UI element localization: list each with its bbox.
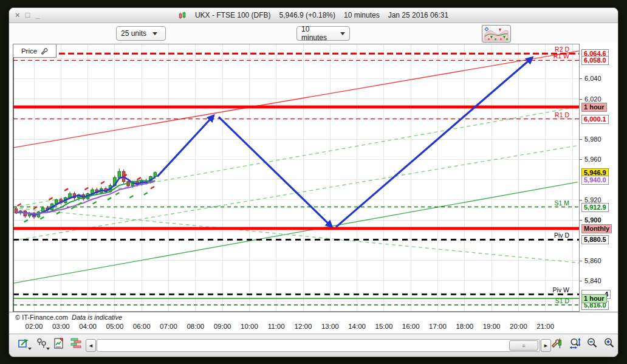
chevron-down-icon	[28, 348, 32, 352]
time-tick-label: 04:00	[74, 323, 102, 330]
zoom-out-button[interactable]	[585, 337, 600, 352]
time-tick-label: 18:00	[451, 323, 479, 330]
market-depth-icon	[70, 337, 82, 352]
axis-tick-mark	[580, 159, 582, 160]
wrench-icon	[41, 47, 48, 55]
maximize-icon[interactable]: □	[26, 9, 30, 22]
price-tick-label: 5,900	[584, 216, 601, 224]
chart-style-button[interactable]	[482, 25, 511, 43]
level-value-label: 1 hour	[581, 294, 607, 303]
zoom-reset-icon	[569, 337, 581, 352]
time-tick-label: 05:00	[101, 323, 129, 330]
level-label-S1-M: S1 M	[554, 199, 569, 207]
level-label-S1-D: S1 D	[555, 297, 570, 304]
window-title: UKX - FTSE 100 (DFB) 5,946.9 (+0.18%) 10…	[179, 11, 448, 19]
market-depth-button[interactable]	[69, 337, 83, 352]
ma-value-label: 5,940.0	[581, 176, 609, 185]
time-tick-label: 16:00	[397, 323, 425, 330]
chevron-down-icon	[152, 32, 157, 38]
level-value-label: 6,000.1	[581, 115, 609, 124]
time-tick-label: 19:00	[478, 323, 505, 330]
time-tick-label: 02:00	[20, 323, 48, 330]
period-dropdown[interactable]: 10 minutes	[296, 26, 350, 41]
zoom-in-button[interactable]	[602, 337, 617, 352]
time-tick-label: 20:00	[504, 323, 532, 330]
title-bar: × □ _ UKX - FTSE 100 (DFB) 5,946.9 (+0.1…	[9, 8, 618, 23]
time-tick-label: 06:00	[128, 323, 156, 330]
horizontal-scrollbar: ◀ ≡ ▶	[86, 340, 551, 351]
export-chart-button[interactable]	[16, 337, 31, 352]
price-tick-label: 5,960	[584, 155, 601, 163]
scroll-right-icon: ▶	[544, 343, 547, 348]
axis-tick-mark	[580, 78, 582, 79]
window-controls: × □ _	[15, 8, 40, 22]
time-tick-label: 17:00	[424, 323, 452, 330]
price-tick-label: 6,020	[584, 95, 601, 103]
copyright-text: © IT-Finance.com	[15, 314, 68, 321]
zoom-reset-button[interactable]	[568, 337, 583, 352]
timeframe-text: 10 minutes	[344, 11, 380, 19]
scrollbar-track[interactable]: ≡	[97, 339, 540, 352]
close-icon[interactable]: ×	[15, 9, 20, 22]
time-tick-label: 09:00	[208, 323, 236, 330]
axis-tick-mark	[580, 200, 582, 201]
scroll-left-button[interactable]: ◀	[86, 339, 96, 352]
bottom-toolbar: ◀ ≡ ▶	[9, 334, 618, 357]
chevron-down-icon	[46, 348, 50, 352]
top-toolbar: 25 units 10 minutes	[9, 23, 618, 43]
period-dropdown-value: 10 minutes	[301, 25, 334, 42]
scrollbar-thumb[interactable]: ≡	[509, 340, 538, 351]
time-tick-label: 08:00	[182, 323, 210, 330]
axis-tick-mark	[580, 220, 582, 221]
units-dropdown[interactable]: 25 units	[116, 26, 166, 41]
candle	[118, 171, 121, 177]
level-value-label: 5,912.9	[581, 203, 609, 212]
level-label-R1-W: R1 W	[553, 52, 569, 60]
datetime-text: Jan 25 2016 06:31	[388, 11, 448, 19]
units-dropdown-value: 25 units	[121, 29, 146, 38]
axis-tick-mark	[580, 139, 582, 140]
chart-window: × □ _ UKX - FTSE 100 (DFB) 5,946.9 (+0.1…	[9, 7, 618, 357]
axis-tick-mark	[580, 261, 582, 261]
time-tick-label: 12:00	[289, 323, 317, 330]
level-label-R1-D: R1 D	[555, 111, 569, 118]
chart-settings-button[interactable]	[550, 337, 564, 352]
level-label-Piv-D: Piv D	[554, 232, 570, 239]
axis-tick-mark	[580, 99, 582, 100]
price-tick-label: 5,860	[584, 256, 601, 265]
price-tick-label: 5,840	[584, 276, 601, 285]
chevron-down-icon	[340, 32, 345, 38]
minimize-icon[interactable]: _	[35, 9, 39, 22]
time-tick-label: 10:00	[235, 323, 263, 330]
time-tick-label: 21:00	[532, 323, 560, 330]
time-tick-label: 11:00	[262, 323, 290, 330]
price-panel-tab[interactable]: Price	[13, 44, 57, 58]
level-value-label: 1 hour	[581, 103, 607, 112]
snapshot-button[interactable]	[52, 337, 66, 352]
zoom-out-icon	[586, 337, 598, 352]
time-tick-label: 14:00	[343, 323, 371, 330]
time-tick-label: 13:00	[316, 323, 344, 330]
level-value-label: Monthly	[581, 224, 612, 233]
plot-background	[13, 44, 580, 312]
candle	[154, 173, 157, 177]
time-tick-label: 15:00	[370, 323, 398, 330]
thumb-grip-icon: ≡	[522, 343, 525, 349]
snapshot-icon	[53, 337, 65, 352]
chart-style-preview-icon	[484, 27, 509, 41]
price-tick-label: 6,040	[584, 74, 601, 83]
instrument-name: UKX - FTSE 100 (DFB)	[195, 11, 271, 19]
level-value-label: 6,058.0	[581, 56, 609, 65]
time-tick-label: 03:00	[47, 323, 75, 330]
zoom-in-icon	[603, 337, 615, 352]
price-tick-label: 5,980	[584, 135, 601, 143]
axis-tick-mark	[580, 281, 582, 281]
chart-settings-icon	[551, 337, 563, 352]
level-label-Piv-W: Piv W	[553, 286, 570, 294]
anchor-tools-button[interactable]	[35, 337, 49, 352]
price-panel-tab-label: Price	[21, 47, 37, 55]
last-price-change: 5,946.9 (+0.18%)	[279, 11, 335, 19]
disclaimer-text: Data is indicative	[72, 314, 122, 321]
price-axis: 6,0406,0205,9805,9605,9205,9005,8605,840…	[580, 44, 618, 312]
price-chart-canvas[interactable]: R2 DR1 WR1 DS1 MPiv DPiv WS1 D	[13, 44, 580, 312]
